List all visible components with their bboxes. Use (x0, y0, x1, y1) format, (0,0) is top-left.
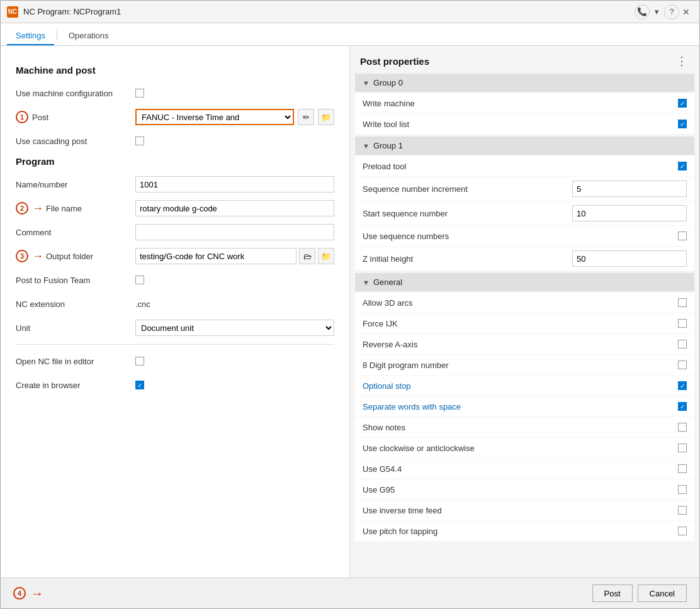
write-tool-list-row: Write tool list (355, 114, 694, 134)
use-pitch-row: Use pitch for tapping (355, 521, 694, 541)
start-seq-num-row: Start sequence number (355, 201, 694, 225)
tabs-bar: Settings Operations (1, 23, 699, 46)
unit-label: Unit (16, 323, 135, 333)
post-to-fusion-row: Post to Fusion Team (16, 271, 334, 289)
start-seq-num-input[interactable] (572, 205, 687, 221)
file-name-input[interactable] (135, 200, 334, 216)
close-button[interactable]: ✕ (679, 5, 693, 19)
show-notes-checkbox[interactable] (678, 423, 687, 432)
use-pitch-checkbox[interactable] (678, 527, 687, 535)
nc-extension-value: .cnc (135, 299, 334, 309)
optional-stop-checkbox[interactable] (678, 381, 687, 390)
output-folder-row: 3 → Output folder 🗁 📁 (16, 247, 334, 265)
chevron-down-icon[interactable]: ▾ (655, 7, 659, 16)
unit-dropdown[interactable]: Document unit Inch Millimeter (135, 320, 334, 336)
use-inverse-time-checkbox[interactable] (678, 506, 687, 515)
group0-label: Group 0 (373, 78, 403, 87)
use-inverse-time-label: Use inverse time feed (363, 506, 678, 515)
open-nc-file-row: Open NC file in editor (16, 352, 334, 370)
right-panel: Post properties ⋮ ▼ Group 0 Write machin… (350, 46, 699, 578)
force-ijk-row: Force IJK (355, 313, 694, 333)
use-g95-label: Use G95 (363, 485, 678, 494)
separate-words-row: Separate words with space (355, 396, 694, 416)
nc-extension-label: NC extension (16, 299, 135, 309)
file-name-control (135, 200, 334, 216)
output-folder-input[interactable] (135, 248, 296, 264)
use-g95-checkbox[interactable] (678, 485, 687, 494)
reverse-a-axis-checkbox[interactable] (678, 340, 687, 349)
post-folder-button[interactable]: 📁 (318, 109, 334, 125)
preload-tool-row: Preload tool (355, 156, 694, 176)
z-initial-height-label: Z initial height (363, 254, 572, 264)
use-g54-checkbox[interactable] (678, 464, 687, 473)
seq-num-increment-input[interactable] (572, 181, 687, 197)
right-panel-header: Post properties ⋮ (350, 46, 699, 74)
write-tool-list-label: Write tool list (363, 120, 678, 129)
show-notes-label: Show notes (363, 423, 678, 432)
use-machine-config-control (135, 89, 334, 98)
digit-program-checkbox[interactable] (678, 360, 687, 369)
allow-3d-arcs-label: Allow 3D arcs (363, 298, 678, 308)
force-ijk-checkbox[interactable] (678, 319, 687, 328)
post-edit-button[interactable]: ✏ (298, 109, 314, 125)
post-label-text: Post (32, 113, 48, 122)
general-header[interactable]: ▼ General (355, 273, 694, 291)
create-in-browser-checkbox[interactable] (135, 381, 144, 389)
post-dropdown[interactable]: FANUC - Inverse Time and (135, 109, 294, 125)
help-icon[interactable]: ? (664, 4, 679, 20)
group0-chevron: ▼ (363, 79, 370, 87)
use-cascading-post-row: Use cascading post (16, 132, 334, 150)
use-seq-numbers-checkbox[interactable] (678, 232, 687, 240)
use-clockwise-row: Use clockwise or anticlockwise (355, 438, 694, 458)
output-browse-button[interactable]: 🗁 (299, 248, 315, 264)
write-machine-checkbox[interactable] (678, 99, 687, 108)
tab-separator (57, 29, 57, 40)
preload-tool-value (678, 162, 687, 170)
allow-3d-arcs-checkbox[interactable] (678, 298, 687, 307)
more-button[interactable]: ⋮ (674, 53, 689, 69)
right-scrollable: ▼ Group 0 Write machine Write tool list (350, 74, 699, 578)
cancel-button[interactable]: Cancel (638, 584, 687, 602)
use-clockwise-checkbox[interactable] (678, 444, 687, 452)
start-seq-num-value (572, 205, 687, 221)
write-tool-list-checkbox[interactable] (678, 120, 687, 128)
use-machine-config-label: Use machine configuration (16, 89, 135, 98)
divider (16, 344, 334, 345)
use-machine-config-checkbox[interactable] (135, 89, 144, 98)
open-nc-file-label: Open NC file in editor (16, 357, 135, 366)
group0-header[interactable]: ▼ Group 0 (355, 74, 694, 92)
use-seq-numbers-value (678, 232, 687, 240)
preload-tool-checkbox[interactable] (678, 162, 687, 170)
use-cascading-post-checkbox[interactable] (135, 137, 144, 145)
digit-program-row: 8 Digit program number (355, 355, 694, 375)
tab-settings[interactable]: Settings (7, 27, 54, 45)
file-name-label: 2 → File name (16, 202, 135, 215)
use-cascading-post-label: Use cascading post (16, 137, 135, 146)
footer-left: 4 → (13, 586, 587, 601)
comment-input[interactable] (135, 224, 334, 240)
reverse-a-axis-label: Reverse A-axis (363, 340, 678, 349)
output-folder-label-text: Output folder (46, 252, 93, 261)
name-number-control (135, 176, 334, 193)
create-in-browser-label: Create in browser (16, 381, 135, 390)
open-nc-file-checkbox[interactable] (135, 357, 144, 366)
z-initial-height-input[interactable] (572, 250, 687, 267)
file-name-row: 2 → File name (16, 199, 334, 217)
phone-icon[interactable]: 📞 (635, 4, 650, 20)
post-row: 1 Post FANUC - Inverse Time and ✏ 📁 (16, 108, 334, 126)
machine-section-title: Machine and post (16, 65, 334, 75)
post-button[interactable]: Post (592, 584, 633, 602)
tab-operations[interactable]: Operations (60, 27, 118, 45)
nc-extension-text: .cnc (135, 299, 150, 309)
name-number-input[interactable] (135, 176, 334, 193)
app-icon: NC (7, 6, 18, 18)
circle-3: 3 (16, 250, 28, 262)
post-to-fusion-checkbox[interactable] (135, 276, 144, 284)
group1-header[interactable]: ▼ Group 1 (355, 137, 694, 155)
separate-words-checkbox[interactable] (678, 402, 687, 411)
allow-3d-arcs-row: Allow 3D arcs (355, 293, 694, 313)
file-name-label-text: File name (46, 204, 82, 213)
output-folder-button[interactable]: 📁 (318, 248, 334, 264)
unit-row: Unit Document unit Inch Millimeter (16, 319, 334, 337)
arrow-4-icon: → (31, 586, 43, 601)
